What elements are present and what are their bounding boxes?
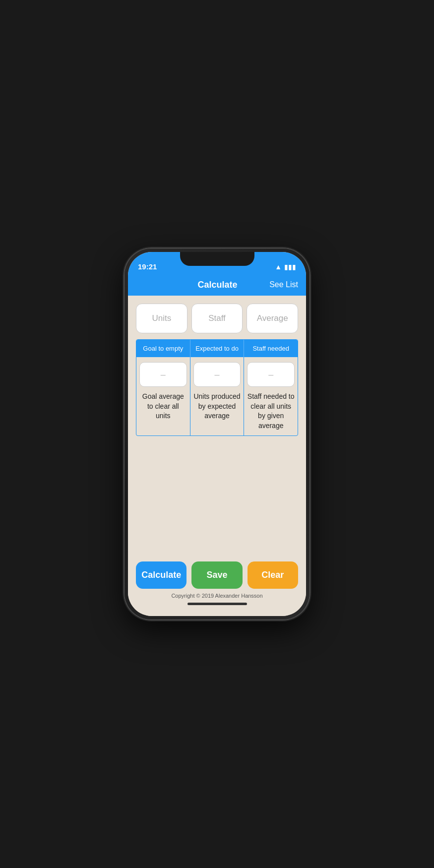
result-desc-0: Goal average to clear all units (139, 392, 187, 421)
result-dash-0: – (161, 370, 166, 380)
spacer (136, 436, 298, 561)
battery-icon: ▮▮▮ (284, 263, 296, 271)
average-placeholder: Average (257, 313, 288, 323)
nav-title: Calculate (166, 280, 269, 290)
status-icons: ▲ ▮▮▮ (275, 263, 296, 271)
result-dash-1: – (215, 370, 220, 380)
results-body: – Goal average to clear all units – Unit… (136, 357, 298, 435)
input-row: Units Staff Average (136, 304, 298, 333)
home-indicator (187, 603, 247, 605)
header-goal-to-empty: Goal to empty (136, 340, 190, 357)
bottom-buttons: Calculate Save Clear (136, 561, 298, 589)
header-staff-needed: Staff needed (244, 340, 298, 357)
units-placeholder: Units (152, 313, 171, 323)
result-col-0: – Goal average to clear all units (136, 357, 190, 435)
save-button[interactable]: Save (191, 561, 242, 589)
result-value-0: – (139, 362, 187, 387)
result-col-2: – Staff needed to clear all units by giv… (244, 357, 298, 435)
phone-screen: 19:21 ▲ ▮▮▮ Calculate See List Units Sta… (128, 252, 306, 616)
result-desc-1: Units produced by expected average (193, 392, 241, 421)
result-value-2: – (247, 362, 295, 387)
result-value-1: – (193, 362, 241, 387)
wifi-icon: ▲ (275, 263, 282, 271)
copyright: Copyright © 2019 Alexander Hansson (136, 593, 298, 599)
result-dash-2: – (268, 370, 273, 380)
header-expected-to-do: Expected to do (190, 340, 245, 357)
staff-placeholder: Staff (208, 313, 226, 323)
average-input[interactable]: Average (247, 304, 298, 333)
results-section: Goal to empty Expected to do Staff neede… (136, 339, 298, 436)
notch (180, 252, 254, 266)
phone-frame: 19:21 ▲ ▮▮▮ Calculate See List Units Sta… (124, 248, 310, 620)
result-col-1: – Units produced by expected average (190, 357, 245, 435)
nav-bar: Calculate See List (128, 274, 306, 296)
result-desc-2: Staff needed to clear all units by given… (247, 392, 295, 431)
see-list-button[interactable]: See List (269, 280, 298, 289)
main-content: Units Staff Average Goal to empty Expe (128, 296, 306, 616)
staff-input[interactable]: Staff (191, 304, 243, 333)
calculate-button[interactable]: Calculate (136, 561, 186, 589)
results-header: Goal to empty Expected to do Staff neede… (136, 340, 298, 357)
clear-button[interactable]: Clear (248, 561, 298, 589)
units-input[interactable]: Units (136, 304, 187, 333)
